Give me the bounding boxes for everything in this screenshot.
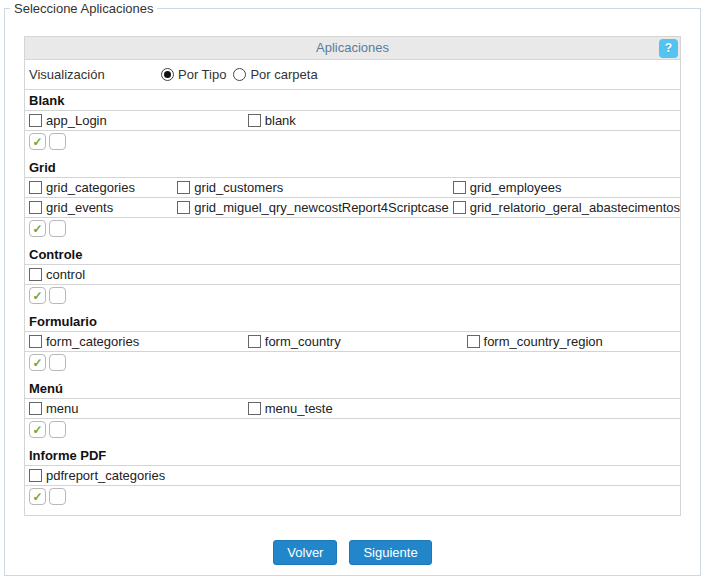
section-items-table: control	[25, 265, 680, 285]
back-button[interactable]: Volver	[273, 540, 337, 565]
item-cell	[463, 111, 680, 131]
section-tools: ✓	[25, 419, 680, 448]
app-label: grid_employees	[470, 180, 562, 195]
uncheck-all-icon[interactable]	[49, 220, 66, 237]
check-all-icon[interactable]: ✓	[29, 354, 46, 371]
item-cell: form_country	[244, 332, 463, 352]
section-items-table: grid_categoriesgrid_customersgrid_employ…	[25, 178, 680, 218]
section-title: Controle	[25, 247, 680, 265]
radio-icon[interactable]	[161, 68, 174, 81]
item-cell: grid_miguel_qry_newcostReport4Scriptcase	[173, 198, 448, 218]
check-all-icon[interactable]: ✓	[29, 488, 46, 505]
check-all-icon[interactable]: ✓	[29, 287, 46, 304]
item-cell: grid_customers	[173, 178, 448, 198]
app-checkbox[interactable]	[29, 114, 42, 127]
radio-option-1[interactable]: Por carpeta	[233, 67, 317, 82]
help-icon[interactable]: ?	[659, 39, 678, 58]
app-checkbox[interactable]	[29, 181, 42, 194]
app-checkbox[interactable]	[248, 335, 261, 348]
table-row: app_Loginblank	[25, 111, 680, 131]
app-checkbox[interactable]	[453, 201, 466, 214]
section-tools: ✓	[25, 285, 680, 314]
app-label: grid_customers	[194, 180, 283, 195]
app-checkbox[interactable]	[248, 114, 261, 127]
app-label: grid_events	[46, 200, 113, 215]
app-label: form_country_region	[484, 334, 603, 349]
app-label: form_categories	[46, 334, 139, 349]
section-1: Gridgrid_categoriesgrid_customersgrid_em…	[25, 160, 680, 247]
uncheck-all-icon[interactable]	[49, 287, 66, 304]
section-title: Menú	[25, 381, 680, 399]
radio-option-label: Por Tipo	[178, 67, 226, 82]
radio-option-label: Por carpeta	[250, 67, 317, 82]
check-all-icon[interactable]: ✓	[29, 220, 46, 237]
radio-icon[interactable]	[233, 68, 246, 81]
app-checkbox[interactable]	[29, 469, 42, 482]
item-cell: grid_events	[25, 198, 173, 218]
visualization-label: Visualización	[29, 67, 161, 82]
app-checkbox[interactable]	[177, 201, 190, 214]
item-cell: menu	[25, 399, 244, 419]
item-cell: form_categories	[25, 332, 244, 352]
item-cell: blank	[244, 111, 463, 131]
uncheck-all-icon[interactable]	[49, 133, 66, 150]
next-button[interactable]: Siguiente	[349, 540, 431, 565]
app-label: grid_categories	[46, 180, 135, 195]
app-checkbox[interactable]	[29, 402, 42, 415]
app-checkbox[interactable]	[177, 181, 190, 194]
item-cell: grid_relatorio_geral_abastecimentos	[449, 198, 680, 218]
app-checkbox[interactable]	[29, 335, 42, 348]
app-checkbox[interactable]	[467, 335, 480, 348]
section-title: Formulario	[25, 314, 680, 332]
app-checkbox[interactable]	[248, 402, 261, 415]
section-items-table: form_categoriesform_countryform_country_…	[25, 332, 680, 352]
app-checkbox[interactable]	[29, 201, 42, 214]
section-tools: ✓	[25, 352, 680, 381]
table-row: control	[25, 265, 680, 285]
section-items-table: pdfreport_categories	[25, 466, 680, 486]
table-row: pdfreport_categories	[25, 466, 680, 486]
buttons-row: VolverSiguiente	[24, 540, 681, 565]
item-cell	[463, 466, 680, 486]
item-cell: menu_teste	[244, 399, 463, 419]
table-row: form_categoriesform_countryform_country_…	[25, 332, 680, 352]
item-cell: app_Login	[25, 111, 244, 131]
item-cell: grid_categories	[25, 178, 173, 198]
app-label: app_Login	[46, 113, 107, 128]
section-tools: ✓	[25, 218, 680, 247]
section-4: Menúmenumenu_teste✓	[25, 381, 680, 448]
uncheck-all-icon[interactable]	[49, 421, 66, 438]
section-title: Grid	[25, 160, 680, 178]
section-tools: ✓	[25, 131, 680, 160]
section-3: Formularioform_categoriesform_countryfor…	[25, 314, 680, 381]
app-checkbox[interactable]	[29, 268, 42, 281]
item-cell: grid_employees	[449, 178, 680, 198]
item-cell	[244, 265, 463, 285]
item-cell	[463, 399, 680, 419]
app-label: form_country	[265, 334, 341, 349]
app-label: menu_teste	[265, 401, 333, 416]
app-label: control	[46, 267, 85, 282]
table-row: grid_categoriesgrid_customersgrid_employ…	[25, 178, 680, 198]
section-items-table: app_Loginblank	[25, 111, 680, 131]
sections-container: Blankapp_Loginblank✓Gridgrid_categoriesg…	[25, 90, 680, 515]
section-items-table: menumenu_teste	[25, 399, 680, 419]
app-checkbox[interactable]	[453, 181, 466, 194]
table-row: grid_eventsgrid_miguel_qry_newcostReport…	[25, 198, 680, 218]
section-2: Controlecontrol✓	[25, 247, 680, 314]
visualization-row: Visualización Por TipoPor carpeta	[25, 60, 680, 90]
uncheck-all-icon[interactable]	[49, 354, 66, 371]
radio-option-0[interactable]: Por Tipo	[161, 67, 226, 82]
section-0: Blankapp_Loginblank✓	[25, 93, 680, 160]
section-tools: ✓	[25, 486, 680, 515]
table-row: menumenu_teste	[25, 399, 680, 419]
app-label: grid_relatorio_geral_abastecimentos	[470, 200, 680, 215]
applications-panel: Aplicaciones ? Visualización Por TipoPor…	[24, 36, 681, 565]
item-cell: pdfreport_categories	[25, 466, 244, 486]
check-all-icon[interactable]: ✓	[29, 133, 46, 150]
select-applications-fieldset: Seleccione Aplicaciones Aplicaciones ? V…	[4, 1, 701, 576]
app-label: menu	[46, 401, 79, 416]
uncheck-all-icon[interactable]	[49, 488, 66, 505]
app-label: blank	[265, 113, 296, 128]
check-all-icon[interactable]: ✓	[29, 421, 46, 438]
